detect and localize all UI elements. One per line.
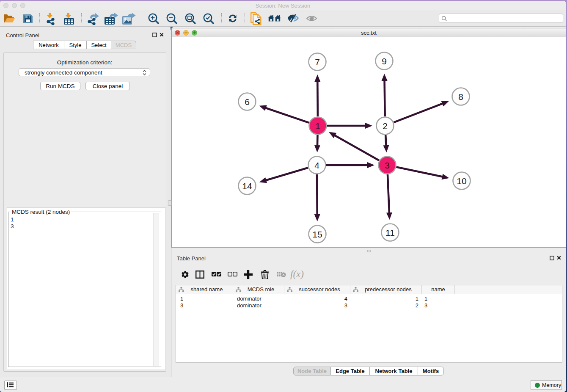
svg-text:15: 15 bbox=[312, 229, 322, 239]
svg-text:8: 8 bbox=[458, 92, 463, 102]
svg-text:1: 1 bbox=[315, 121, 320, 131]
svg-text:4: 4 bbox=[314, 160, 319, 170]
svg-text:9: 9 bbox=[382, 56, 387, 66]
svg-text:3: 3 bbox=[385, 160, 390, 170]
svg-text:10: 10 bbox=[457, 176, 466, 186]
svg-text:14: 14 bbox=[242, 181, 252, 191]
svg-text:7: 7 bbox=[315, 57, 320, 67]
svg-text:2: 2 bbox=[383, 121, 388, 131]
svg-text:6: 6 bbox=[245, 97, 250, 107]
svg-text:11: 11 bbox=[385, 228, 395, 237]
